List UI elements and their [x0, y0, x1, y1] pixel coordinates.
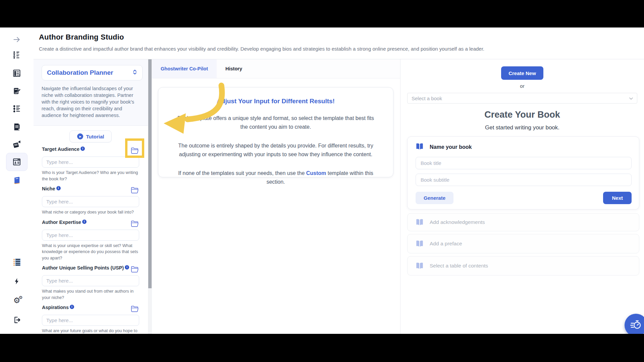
open-book-icon	[416, 240, 424, 247]
book-panel: Create New or Select a book Create Your …	[400, 59, 644, 334]
sidebar-item-author-branding[interactable]	[6, 153, 28, 171]
target-audience-input[interactable]	[42, 157, 139, 168]
tutorial-button[interactable]: ▶ Tutorial	[69, 130, 112, 142]
select-book-dropdown[interactable]: Select a book	[407, 93, 637, 104]
folder-icon[interactable]	[130, 187, 139, 194]
app-stage: ⚙⚙ Author Branding Studio Create a disti…	[0, 27, 644, 334]
open-book-icon	[416, 262, 424, 269]
template-selector[interactable]: Collaboration Planner	[42, 65, 143, 80]
name-your-book-card: Name your book Generate Next	[407, 136, 639, 209]
folder-icon[interactable]	[130, 266, 139, 273]
logout-icon	[13, 316, 21, 324]
collapse-arrow-icon	[12, 35, 21, 44]
sidebar-item-quick-actions[interactable]	[6, 273, 28, 289]
profile-window-icon	[12, 157, 21, 167]
steps-list-icon	[12, 104, 21, 113]
info-icon[interactable]: i	[82, 220, 87, 224]
planner-top-section: Collaboration Planner Navigate the influ…	[34, 59, 148, 126]
page-title: Author Branding Studio	[39, 33, 644, 42]
chevron-up-down-icon	[132, 69, 138, 77]
folder-icon[interactable]	[130, 147, 139, 155]
page-subtitle: Create a distinctive and impactful autho…	[39, 46, 644, 52]
aspirations-input[interactable]	[42, 315, 139, 326]
planner-panel: Collaboration Planner Navigate the influ…	[34, 59, 148, 334]
planner-scrollbar-thumb[interactable]	[148, 59, 152, 288]
sidebar-item-collapse[interactable]	[6, 32, 28, 48]
folder-icon[interactable]	[130, 220, 139, 228]
sidebar-item-documents[interactable]	[6, 119, 28, 135]
open-book-icon	[416, 219, 424, 226]
notice-title: Adjust Your Input for Different Results!	[177, 98, 374, 105]
lightning-icon	[13, 277, 20, 286]
book-subtitle-input[interactable]	[416, 174, 632, 186]
sidebar-item-checklist[interactable]	[6, 65, 28, 81]
add-acknowledgements-row[interactable]: Add acknowledgements	[407, 213, 639, 231]
documents-icon	[12, 122, 21, 131]
field-niche: Nichei What niche or category does your …	[42, 186, 139, 216]
settings-gears-icon: ⚙⚙	[13, 297, 20, 304]
planner-description: Navigate the influential landscapes of y…	[42, 85, 143, 119]
notice-paragraph-1: Each template offers a unique style and …	[177, 114, 374, 131]
adjust-input-notice-card: Adjust Your Input for Different Results!…	[158, 87, 393, 177]
usp-input[interactable]	[42, 275, 139, 286]
page-header: Author Branding Studio Create a distinct…	[34, 27, 644, 59]
tab-history[interactable]: History	[217, 59, 251, 78]
field-target-audience: Target Audiencei Who is your Target Audi…	[42, 146, 139, 182]
stopwatch-icon	[630, 318, 642, 332]
chevron-down-icon	[629, 95, 633, 101]
open-book-icon	[416, 143, 424, 151]
info-icon[interactable]: i	[56, 186, 61, 190]
custom-template-link[interactable]: Custom	[306, 170, 326, 176]
tab-ghostwriter-copilot[interactable]: Ghostwriter Co-Pilot	[152, 59, 217, 78]
sidebar-item-logout[interactable]	[6, 312, 28, 328]
folder-icon[interactable]	[130, 305, 139, 313]
writing-book-icon	[12, 86, 21, 96]
or-label: or	[407, 83, 637, 89]
sidebar-rail: ⚙⚙	[0, 27, 34, 334]
template-selector-label: Collaboration Planner	[47, 69, 113, 76]
add-preface-row[interactable]: Add a preface	[407, 234, 639, 253]
field-author-expertise: Author Expertisei What is your unique ex…	[42, 220, 139, 261]
create-your-book-heading: Create Your Book	[407, 110, 637, 120]
team-list-icon	[12, 51, 21, 59]
notice-paragraph-3: If none of the templates suit your needs…	[177, 169, 374, 186]
play-icon: ▶	[77, 133, 83, 139]
select-toc-row[interactable]: Select a table of contents	[407, 256, 639, 276]
sidebar-item-team[interactable]	[6, 47, 28, 63]
create-new-button[interactable]: Create New	[501, 66, 543, 80]
main-row: Collaboration Planner Navigate the influ…	[34, 59, 644, 334]
create-your-book-subheading: Get started writing your book.	[407, 124, 637, 131]
next-button[interactable]: Next	[603, 192, 632, 204]
sidebar-item-list[interactable]	[6, 254, 28, 270]
info-icon[interactable]: i	[80, 146, 85, 151]
sidebar-item-audiobook[interactable]	[6, 136, 28, 152]
sidebar-item-book[interactable]	[6, 172, 28, 188]
name-your-book-title: Name your book	[430, 144, 472, 150]
book-icon	[12, 176, 21, 185]
niche-input[interactable]	[42, 196, 139, 207]
author-expertise-input[interactable]	[42, 230, 139, 241]
checklist-card-icon	[12, 69, 21, 78]
field-usp: Author Unique Selling Points (USP)i What…	[42, 265, 139, 301]
book-title-input[interactable]	[416, 157, 632, 169]
sidebar-item-steps[interactable]	[6, 101, 28, 117]
colored-list-icon	[12, 257, 21, 266]
notice-paragraph-2: The outcome is entirely shaped by the de…	[177, 141, 374, 159]
sidebar-item-write[interactable]	[6, 83, 28, 99]
info-icon[interactable]: i	[70, 305, 74, 309]
workspace-panel: Ghostwriter Co-Pilot History Adjust Your…	[152, 59, 400, 334]
planner-scrollbar-track[interactable]	[148, 59, 152, 334]
audiobook-icon	[12, 140, 21, 149]
generate-button[interactable]: Generate	[416, 192, 453, 204]
planner-form: ▶ Tutorial Target Audiencei Who is your	[34, 126, 148, 334]
select-book-placeholder: Select a book	[412, 96, 442, 101]
info-icon[interactable]: i	[125, 265, 129, 269]
field-aspirations: Aspirationsi What are your future goals …	[42, 305, 139, 334]
sidebar-item-settings[interactable]: ⚙⚙	[6, 292, 28, 308]
workspace-tabs: Ghostwriter Co-Pilot History	[152, 59, 400, 78]
